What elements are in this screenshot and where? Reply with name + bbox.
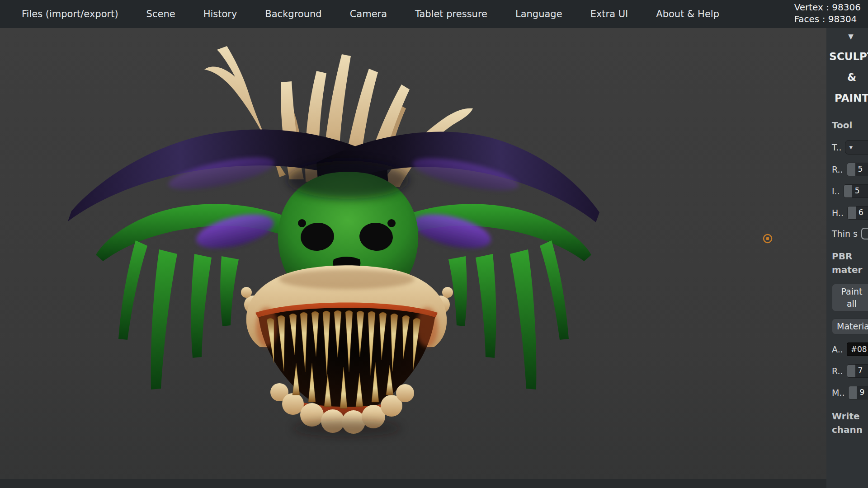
model-mouth — [241, 265, 453, 436]
roughness-value: 7 — [858, 366, 863, 375]
hardness-row: H.. 6 — [832, 206, 868, 220]
mesh-stats: Vertex : 98306 Faces : 98304 — [794, 1, 861, 25]
metalness-row: M.. 9 — [832, 386, 868, 399]
intensity-label: I.. — [832, 186, 840, 196]
albedo-row: A.. #08 — [832, 343, 868, 356]
roughness-slider[interactable]: 7 — [847, 364, 868, 378]
menu-background[interactable]: Background — [265, 9, 321, 19]
write-channel-header: Write chann — [832, 409, 868, 436]
hardness-slider[interactable]: 6 — [847, 206, 868, 220]
tool-type-select[interactable]: ▾ — [845, 140, 868, 155]
intensity-slider-fill — [844, 185, 852, 197]
hardness-label: H.. — [832, 208, 844, 218]
metalness-value: 9 — [859, 388, 864, 397]
paint-all-button[interactable]: Paint all — [832, 284, 868, 311]
thin-surface-row: Thin s — [832, 228, 868, 239]
viewport-canvas — [0, 28, 868, 488]
panel-title: SCULPT & PAINT — [829, 46, 868, 108]
albedo-color-swatch[interactable]: #08 — [847, 343, 868, 356]
hardness-slider-fill — [848, 206, 856, 219]
menu-tablet-pressure[interactable]: Tablet pressure — [415, 9, 487, 19]
albedo-hex-value: #08 — [851, 345, 867, 354]
menu-camera[interactable]: Camera — [350, 9, 387, 19]
chevron-down-icon: ▾ — [849, 143, 853, 151]
roughness-slider-fill — [847, 365, 855, 377]
panel-collapse-icon[interactable]: ▼ — [829, 33, 868, 41]
metalness-label: M.. — [832, 388, 844, 398]
thin-surface-checkbox[interactable] — [861, 228, 868, 239]
radius-value: 5 — [858, 164, 863, 174]
pbr-material-header: PBR mater — [832, 249, 868, 277]
metalness-slider[interactable]: 9 — [848, 386, 868, 399]
metalness-slider-fill — [849, 386, 857, 399]
menu-scene[interactable]: Scene — [146, 9, 175, 19]
roughness-row: R.. 7 — [832, 364, 868, 378]
thin-surface-label: Thin s — [832, 229, 858, 239]
brush-cursor — [764, 235, 772, 243]
tool-type-row: T.. ▾ — [832, 140, 868, 155]
menu-files[interactable]: Files (import/export) — [22, 9, 118, 19]
radius-label: R.. — [832, 164, 843, 174]
sculpt-paint-panel: ▼ SCULPT & PAINT Tool T.. ▾ R.. 5 I.. 5 … — [826, 28, 868, 488]
intensity-value: 5 — [855, 186, 860, 195]
vertex-count: Vertex : 98306 — [794, 1, 861, 13]
material-button[interactable]: Material — [832, 319, 868, 334]
intensity-slider[interactable]: 5 — [844, 184, 868, 198]
radius-slider-fill — [847, 163, 855, 176]
top-menu-bar: Files (import/export) Scene History Back… — [0, 0, 868, 28]
albedo-label: A.. — [832, 344, 843, 354]
3d-viewport[interactable] — [0, 28, 868, 488]
menu-about-help[interactable]: About & Help — [656, 9, 719, 19]
faces-count: Faces : 98304 — [794, 13, 861, 25]
viewport-bottom-strip — [0, 479, 868, 488]
radius-row: R.. 5 — [832, 163, 868, 176]
menu-extra-ui[interactable]: Extra UI — [590, 9, 628, 19]
tool-type-label: T.. — [832, 142, 841, 152]
menu-language[interactable]: Language — [515, 9, 562, 19]
menu-history[interactable]: History — [203, 9, 237, 19]
radius-slider[interactable]: 5 — [847, 163, 868, 176]
tool-section-header: Tool — [832, 118, 868, 132]
intensity-row: I.. 5 — [832, 184, 868, 198]
hardness-value: 6 — [859, 208, 863, 217]
roughness-label: R.. — [832, 366, 843, 376]
